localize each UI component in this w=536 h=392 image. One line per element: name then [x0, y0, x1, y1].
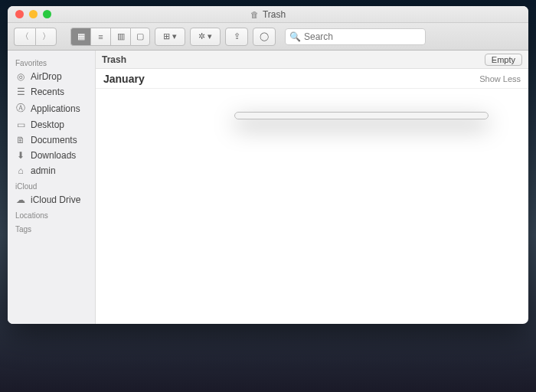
- gallery-view-button[interactable]: ▢: [130, 28, 150, 46]
- desktop-icon: ▭: [15, 119, 26, 130]
- group-title: January: [103, 73, 145, 85]
- search-icon: 🔍: [289, 31, 301, 42]
- window-title-text: Trash: [263, 9, 286, 20]
- icon-view-button[interactable]: ▦: [70, 28, 90, 46]
- view-mode-group: ▦ ≡ ▥ ▢: [70, 28, 150, 46]
- sidebar-section-header: Tags: [8, 221, 95, 235]
- main-pane: Trash Empty January Show Less: [96, 51, 528, 324]
- sidebar-item-documents[interactable]: 🗎Documents: [8, 132, 95, 148]
- sidebar-item-icloud-drive[interactable]: ☁iCloud Drive: [8, 192, 95, 207]
- sidebar-item-desktop[interactable]: ▭Desktop: [8, 117, 95, 132]
- finder-window: 🗑 Trash 〈 〉 ▦ ≡ ▥ ▢ ⊞ ▾ ✲ ▾ ⇪ ◯ 🔍 Favori…: [8, 6, 528, 324]
- minimize-window-button[interactable]: [29, 10, 38, 18]
- column-view-button[interactable]: ▥: [110, 28, 130, 46]
- applications-icon: Ⓐ: [15, 102, 26, 115]
- list-view-button[interactable]: ≡: [90, 28, 110, 46]
- sidebar-item-applications[interactable]: ⒶApplications: [8, 100, 95, 117]
- titlebar: 🗑 Trash: [8, 6, 528, 23]
- sidebar-item-label: Applications: [31, 103, 80, 114]
- sidebar-section-header: Locations: [8, 207, 95, 221]
- sidebar-item-downloads[interactable]: ⬇Downloads: [8, 148, 95, 163]
- sidebar-item-recents[interactable]: ☰Recents: [8, 84, 95, 100]
- path-bar: Trash Empty: [96, 51, 528, 69]
- zoom-window-button[interactable]: [43, 10, 51, 18]
- sidebar-item-label: Documents: [31, 135, 77, 145]
- sidebar-item-admin[interactable]: ⌂admin: [8, 163, 95, 178]
- search-input[interactable]: [285, 28, 426, 45]
- group-by-button[interactable]: ⊞ ▾: [155, 28, 185, 46]
- location-label: Trash: [102, 54, 126, 65]
- sidebar-item-label: AirDrop: [31, 71, 62, 82]
- action-menu-button[interactable]: ✲ ▾: [190, 28, 221, 46]
- sidebar-item-label: Desktop: [31, 119, 64, 130]
- context-menu: [234, 112, 489, 119]
- sidebar-item-label: Downloads: [31, 150, 76, 161]
- toolbar: 〈 〉 ▦ ≡ ▥ ▢ ⊞ ▾ ✲ ▾ ⇪ ◯ 🔍: [8, 23, 528, 51]
- nav-buttons: 〈 〉: [14, 28, 57, 46]
- sidebar-section-header: iCloud: [8, 178, 95, 192]
- show-less-button[interactable]: Show Less: [479, 74, 521, 83]
- close-window-button[interactable]: [15, 10, 24, 18]
- airdrop-icon: ◎: [15, 71, 26, 82]
- trash-icon: 🗑: [250, 10, 259, 19]
- share-button[interactable]: ⇪: [225, 28, 248, 46]
- traffic-lights: [8, 10, 51, 18]
- home-icon: ⌂: [15, 165, 26, 176]
- empty-trash-button[interactable]: Empty: [485, 54, 522, 66]
- sidebar-item-airdrop[interactable]: ◎AirDrop: [8, 69, 95, 84]
- documents-icon: 🗎: [15, 135, 26, 145]
- sidebar-item-label: admin: [31, 165, 56, 176]
- icloud-icon: ☁: [15, 194, 26, 205]
- window-title: 🗑 Trash: [8, 9, 528, 20]
- sidebar-item-label: iCloud Drive: [31, 194, 80, 205]
- group-header: January Show Less: [96, 69, 528, 89]
- recents-icon: ☰: [15, 87, 26, 97]
- search-area: 🔍: [285, 28, 522, 45]
- tags-button[interactable]: ◯: [253, 28, 276, 46]
- sidebar-item-label: Recents: [31, 87, 64, 97]
- sidebar: Favorites◎AirDrop☰RecentsⒶApplications▭D…: [8, 51, 96, 324]
- back-button[interactable]: 〈: [14, 28, 35, 46]
- downloads-icon: ⬇: [15, 150, 26, 161]
- sidebar-section-header: Favorites: [8, 55, 95, 69]
- file-grid: [96, 89, 528, 324]
- forward-button[interactable]: 〉: [35, 28, 57, 46]
